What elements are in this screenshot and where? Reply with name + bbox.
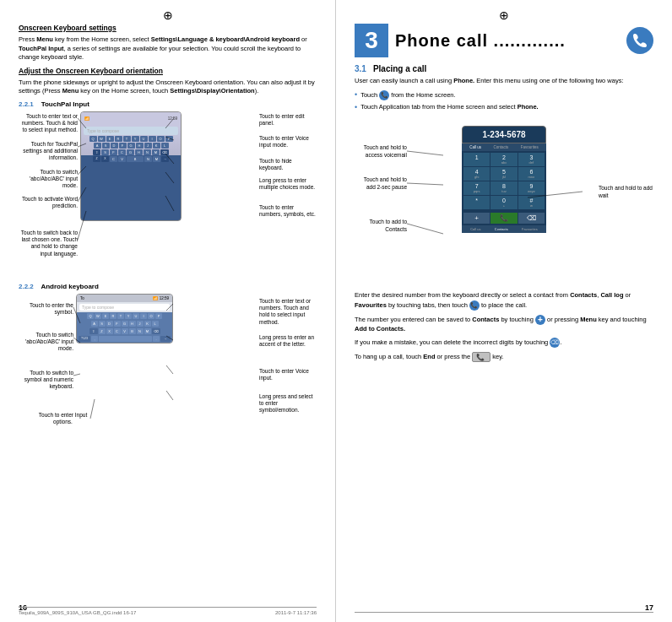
svg-line-18 — [407, 151, 443, 155]
onscreen-keyboard-body: Press Menu key from the Home screen, sel… — [19, 35, 317, 62]
add-contact-icon: + — [535, 315, 545, 325]
compass-left: ⊕ — [163, 8, 173, 22]
page-number-right: 17 — [645, 603, 653, 612]
footer-right — [355, 612, 653, 615]
dp-ann-l1: Touch and hold to access voicemail — [355, 144, 407, 159]
android-keyboard-image: To 📶 12:59 Type to compose Q W E R T Y — [76, 294, 173, 343]
ak-ann-r3: Touch to enter Voice input. — [259, 368, 317, 382]
delete-digit-icon: ⌫ — [550, 338, 560, 348]
ak-ann-r1: Touch to enter text or numbers. Touch an… — [259, 298, 317, 327]
android-keyboard-section: 2.2.2 Android keyboard Touch to enter th… — [19, 283, 317, 441]
svg-line-13 — [90, 399, 95, 419]
svg-line-17 — [166, 391, 173, 400]
annotation-bl: Touch to switch back to last chosen one.… — [19, 230, 78, 258]
svg-line-12 — [73, 374, 80, 376]
ak-ann-r2: Long press to enter an accent of the let… — [259, 334, 317, 349]
bullet1: • Touch 📞 from the Home screen. — [355, 90, 653, 100]
end-key: 📞 — [472, 352, 490, 362]
annotation-tl3: Touch to switch 'abc/Abc/ABC' input mode… — [19, 169, 78, 190]
compass-right: ⊕ — [499, 8, 509, 22]
left-page: ⊕ Onscreen Keyboard settings Press Menu … — [0, 0, 336, 622]
dialpad-diagram: Touch and hold to access voicemail Touch… — [355, 117, 653, 286]
right-page: ⊕ 3 Phone call ............. 3.1 Placing… — [336, 0, 672, 622]
para2: Enter the desired number from the keyboa… — [355, 291, 653, 311]
ak-ann-r4: Long press and select to enter symbol/em… — [259, 393, 317, 414]
touchpal-diagram: Touch to enter text or numbers. Touch & … — [19, 111, 317, 276]
ak-ann-b: Touch to enter Input options. — [35, 412, 90, 426]
chapter3-heading: 3 Phone call ............. — [355, 24, 653, 57]
android-keyboard-diagram: Touch to enter the symbol. Touch to swit… — [19, 294, 317, 441]
onscreen-keyboard-section: Onscreen Keyboard settings Press Menu ke… — [19, 24, 317, 62]
footer-left: Tequila_909A_909S_910A_USA GB_QG.indd 16… — [19, 607, 317, 615]
ak-ann-l3: Touch to switch to symbol and numeric ke… — [19, 370, 73, 391]
annotation-tr4: Long press to enter multiple choices mod… — [259, 177, 317, 192]
phone-chapter-icon — [626, 27, 653, 54]
phone-home-icon: 📞 — [379, 90, 389, 100]
adjust-orientation-section: Adjust the Onscreen Keyboard orientation… — [19, 67, 317, 96]
footer-date: 2011-9-7 11:17:36 — [275, 610, 317, 615]
para3: The number you entered can be saved to C… — [355, 315, 653, 334]
adjust-orientation-heading: Adjust the Onscreen Keyboard orientation — [19, 67, 317, 75]
touchpal-input-section: 2.2.1 TouchPal Input Touch to enter text… — [19, 100, 317, 276]
para5: To hang up a call, touch End or press th… — [355, 352, 653, 362]
dp-ann-r: Touch and hold to add wait — [599, 185, 653, 199]
section31-intro: User can easily launch a call using Phon… — [355, 77, 653, 86]
annotation-tr2: Touch to enter Voice input mode. — [259, 135, 317, 149]
ak-ann-l2: Touch to switch 'abc/Abc/ABC' input mode… — [19, 332, 73, 353]
annotation-tl4: Touch to activate Word prediction. — [19, 196, 78, 210]
annotation-tr5: Touch to enter numbers, symbols, etc. — [259, 204, 317, 219]
section-31: 3.1 Placing a call User can easily launc… — [355, 64, 653, 362]
dp-ann-l3: Touch to add to Contacts — [355, 219, 407, 233]
para4: If you make a mistake, you can delete th… — [355, 338, 653, 348]
footer-file: Tequila_909A_909S_910A_USA GB_QG.indd 16… — [19, 610, 136, 615]
adjust-orientation-body: Turn the phone sideways or upright to ad… — [19, 78, 317, 96]
place-call-icon: 📞 — [469, 300, 480, 311]
section31-title: Placing a call — [373, 64, 426, 73]
dialpad-phone-image: 1-234-5678 Call us Contacts Favourites 1… — [462, 126, 546, 233]
annotation-tr1: Touch to enter edit panel. — [259, 113, 317, 127]
onscreen-keyboard-heading: Onscreen Keyboard settings — [19, 24, 317, 32]
bullet2: • Touch Application tab from the Home sc… — [355, 103, 653, 113]
svg-line-16 — [166, 365, 173, 374]
annotation-tr3: Touch to hide keyboard. — [259, 158, 317, 172]
annotation-tl1: Touch to enter text or numbers. Touch & … — [19, 113, 78, 134]
chapter3-number: 3 — [355, 24, 388, 57]
chapter3-title: Phone call ............. — [395, 31, 566, 50]
touchpal-heading: 2.2.1 TouchPal Input — [19, 100, 317, 108]
dp-ann-l2: Touch and hold to add 2-sec pause — [355, 176, 407, 191]
android-keyboard-heading: 2.2.2 Android keyboard — [19, 283, 317, 290]
svg-line-19 — [407, 183, 443, 185]
annotation-tl2: Touch for TouchPal settings and addition… — [19, 141, 78, 162]
touchpal-keyboard-image: 📶 12:59 Type to compose QWE RTY UIO P — [80, 111, 173, 221]
ak-ann-l1: Touch to enter the symbol. — [19, 302, 73, 316]
svg-line-20 — [407, 224, 443, 234]
section31-number: 3.1 — [355, 64, 366, 73]
